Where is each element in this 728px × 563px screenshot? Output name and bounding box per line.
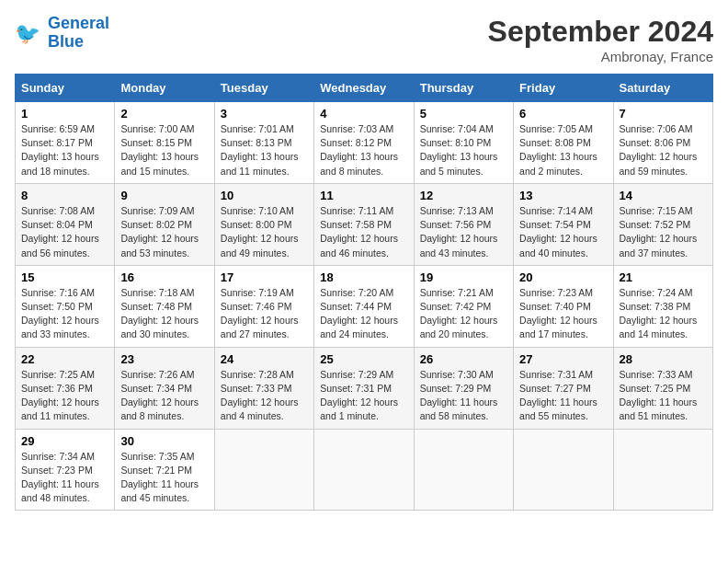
calendar-cell: 30 Sunrise: 7:35 AM Sunset: 7:21 PM Dayl… [115, 429, 214, 511]
day-info: Sunrise: 7:35 AM Sunset: 7:21 PM Dayligh… [120, 450, 208, 506]
day-number: 22 [21, 352, 108, 366]
calendar-cell: 22 Sunrise: 7:25 AM Sunset: 7:36 PM Dayl… [16, 347, 115, 429]
daylight-label: Daylight: 12 hours and 56 minutes. [21, 233, 99, 258]
calendar-cell: 20 Sunrise: 7:23 AM Sunset: 7:40 PM Dayl… [514, 265, 613, 347]
day-number: 20 [519, 270, 607, 284]
day-number: 4 [320, 107, 407, 121]
day-number: 13 [519, 189, 607, 202]
sunrise-label: Sunrise: 7:09 AM [120, 205, 194, 216]
sunrise-label: Sunrise: 7:13 AM [420, 205, 494, 216]
sunset-label: Sunset: 7:48 PM [120, 301, 192, 312]
day-number: 10 [221, 189, 308, 202]
daylight-label: Daylight: 12 hours and 33 minutes. [21, 315, 99, 339]
day-number: 19 [420, 270, 507, 284]
svg-text:🐦: 🐦 [15, 21, 40, 46]
day-info: Sunrise: 7:21 AM Sunset: 7:42 PM Dayligh… [420, 286, 507, 342]
day-info: Sunrise: 7:14 AM Sunset: 7:54 PM Dayligh… [519, 204, 607, 260]
calendar-cell: 4 Sunrise: 7:03 AM Sunset: 8:12 PM Dayli… [314, 102, 414, 184]
day-info: Sunrise: 6:59 AM Sunset: 8:17 PM Dayligh… [21, 122, 108, 178]
calendar-cell: 12 Sunrise: 7:13 AM Sunset: 7:56 PM Dayl… [414, 183, 513, 265]
day-number: 30 [120, 434, 208, 448]
sunset-label: Sunset: 8:08 PM [519, 137, 591, 148]
sunrise-label: Sunrise: 7:06 AM [620, 123, 693, 134]
day-info: Sunrise: 7:29 AM Sunset: 7:31 PM Dayligh… [320, 368, 407, 424]
day-number: 24 [221, 352, 308, 366]
sunset-label: Sunset: 8:13 PM [221, 137, 292, 148]
calendar-cell: 3 Sunrise: 7:01 AM Sunset: 8:13 PM Dayli… [214, 102, 313, 184]
day-number: 6 [519, 107, 607, 121]
sunrise-label: Sunrise: 7:04 AM [420, 123, 494, 134]
sunset-label: Sunset: 7:38 PM [620, 301, 691, 312]
day-info: Sunrise: 7:01 AM Sunset: 8:13 PM Dayligh… [221, 122, 308, 178]
day-info: Sunrise: 7:06 AM Sunset: 8:06 PM Dayligh… [620, 122, 707, 178]
sunrise-label: Sunrise: 7:01 AM [221, 123, 294, 134]
calendar-cell: 16 Sunrise: 7:18 AM Sunset: 7:48 PM Dayl… [115, 265, 214, 347]
day-info: Sunrise: 7:24 AM Sunset: 7:38 PM Dayligh… [620, 286, 707, 342]
calendar-cell: 7 Sunrise: 7:06 AM Sunset: 8:06 PM Dayli… [613, 102, 712, 184]
sunrise-label: Sunrise: 7:34 AM [21, 451, 95, 462]
header-row: Sunday Monday Tuesday Wednesday Thursday… [16, 75, 713, 102]
day-info: Sunrise: 7:28 AM Sunset: 7:33 PM Dayligh… [221, 368, 308, 424]
day-number: 1 [21, 107, 108, 121]
calendar-row: 8 Sunrise: 7:08 AM Sunset: 8:04 PM Dayli… [16, 183, 713, 265]
daylight-label: Daylight: 13 hours and 15 minutes. [120, 151, 199, 176]
daylight-label: Daylight: 12 hours and 30 minutes. [120, 315, 199, 339]
sunset-label: Sunset: 7:44 PM [320, 301, 392, 312]
daylight-label: Daylight: 12 hours and 11 minutes. [21, 396, 99, 421]
sunrise-label: Sunrise: 7:23 AM [519, 287, 593, 298]
day-number: 8 [21, 189, 108, 202]
month-title: September 2024 [488, 15, 713, 49]
calendar-cell: 11 Sunrise: 7:11 AM Sunset: 7:58 PM Dayl… [314, 183, 414, 265]
sunset-label: Sunset: 7:54 PM [519, 219, 591, 230]
logo: 🐦 General Blue [15, 15, 109, 52]
calendar-cell: 29 Sunrise: 7:34 AM Sunset: 7:23 PM Dayl… [16, 429, 115, 511]
daylight-label: Daylight: 11 hours and 45 minutes. [120, 478, 199, 503]
sunrise-label: Sunrise: 7:33 AM [620, 369, 693, 380]
sunrise-label: Sunrise: 7:10 AM [221, 205, 294, 216]
daylight-label: Daylight: 12 hours and 49 minutes. [221, 233, 299, 258]
day-number: 28 [620, 352, 707, 366]
calendar-cell: 1 Sunrise: 6:59 AM Sunset: 8:17 PM Dayli… [16, 102, 115, 184]
col-thursday: Thursday [414, 75, 513, 102]
sunrise-label: Sunrise: 7:31 AM [519, 369, 593, 380]
daylight-label: Daylight: 11 hours and 55 minutes. [519, 396, 597, 421]
day-number: 26 [420, 352, 507, 366]
day-number: 3 [221, 107, 308, 121]
day-info: Sunrise: 7:11 AM Sunset: 7:58 PM Dayligh… [320, 204, 407, 260]
sunset-label: Sunset: 7:21 PM [120, 465, 192, 476]
calendar-cell: 25 Sunrise: 7:29 AM Sunset: 7:31 PM Dayl… [314, 347, 414, 429]
day-info: Sunrise: 7:30 AM Sunset: 7:29 PM Dayligh… [420, 368, 507, 424]
sunrise-label: Sunrise: 7:20 AM [320, 287, 393, 298]
calendar-row: 22 Sunrise: 7:25 AM Sunset: 7:36 PM Dayl… [16, 347, 713, 429]
daylight-label: Daylight: 12 hours and 59 minutes. [620, 151, 698, 176]
day-number: 11 [320, 189, 407, 202]
daylight-label: Daylight: 12 hours and 24 minutes. [320, 315, 398, 339]
day-info: Sunrise: 7:00 AM Sunset: 8:15 PM Dayligh… [120, 122, 208, 178]
sunset-label: Sunset: 8:15 PM [120, 137, 192, 148]
calendar-cell: 28 Sunrise: 7:33 AM Sunset: 7:25 PM Dayl… [613, 347, 712, 429]
col-sunday: Sunday [16, 75, 115, 102]
sunrise-label: Sunrise: 7:14 AM [519, 205, 593, 216]
col-saturday: Saturday [613, 75, 712, 102]
calendar-cell: 21 Sunrise: 7:24 AM Sunset: 7:38 PM Dayl… [613, 265, 712, 347]
daylight-label: Daylight: 12 hours and 46 minutes. [320, 233, 398, 258]
day-info: Sunrise: 7:16 AM Sunset: 7:50 PM Dayligh… [21, 286, 108, 342]
sunset-label: Sunset: 7:56 PM [420, 219, 492, 230]
sunrise-label: Sunrise: 7:26 AM [120, 369, 194, 380]
col-tuesday: Tuesday [214, 75, 313, 102]
sunset-label: Sunset: 7:31 PM [320, 383, 392, 394]
location: Ambronay, France [488, 49, 713, 64]
daylight-label: Daylight: 13 hours and 5 minutes. [420, 151, 498, 176]
sunrise-label: Sunrise: 7:00 AM [120, 123, 194, 134]
day-number: 15 [21, 270, 108, 284]
day-info: Sunrise: 7:04 AM Sunset: 8:10 PM Dayligh… [420, 122, 507, 178]
sunrise-label: Sunrise: 7:25 AM [21, 369, 95, 380]
day-info: Sunrise: 7:10 AM Sunset: 8:00 PM Dayligh… [221, 204, 308, 260]
daylight-label: Daylight: 11 hours and 51 minutes. [620, 396, 698, 421]
sunset-label: Sunset: 8:10 PM [420, 137, 492, 148]
sunrise-label: Sunrise: 7:35 AM [120, 451, 194, 462]
day-info: Sunrise: 7:08 AM Sunset: 8:04 PM Dayligh… [21, 204, 108, 260]
logo-line2: Blue [48, 32, 84, 51]
sunrise-label: Sunrise: 7:29 AM [320, 369, 393, 380]
calendar-cell [414, 429, 513, 511]
